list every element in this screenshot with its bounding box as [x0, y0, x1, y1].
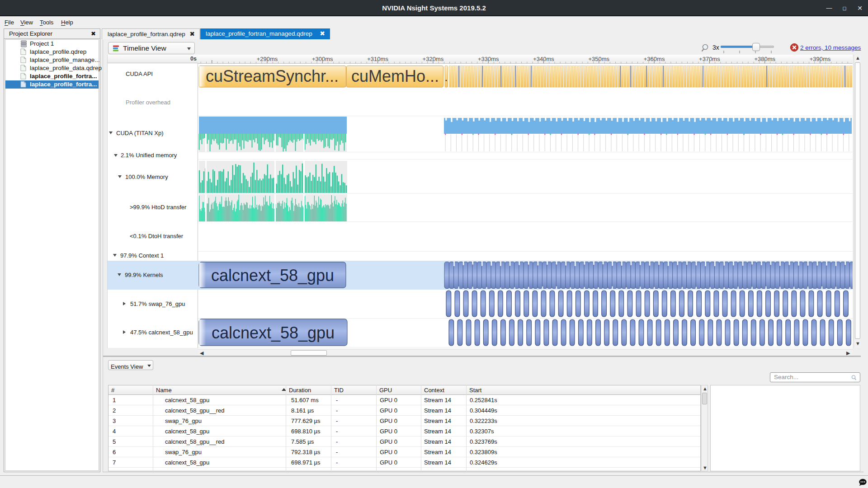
svg-text:calcnext_58_gpu: calcnext_58_gpu	[212, 324, 335, 342]
svg-text:+340ms: +340ms	[533, 56, 554, 62]
svg-text:+310ms: +310ms	[367, 56, 388, 62]
svg-text:+360ms: +360ms	[644, 56, 665, 62]
svg-text:+330ms: +330ms	[478, 56, 499, 62]
svg-text:+320ms: +320ms	[423, 56, 444, 62]
svg-text:calcnext_58_gpu: calcnext_58_gpu	[211, 266, 334, 285]
svg-text:+290ms: +290ms	[257, 56, 278, 62]
svg-text:+370ms: +370ms	[699, 56, 720, 62]
svg-text:+390ms: +390ms	[810, 56, 831, 62]
svg-text:+300ms: +300ms	[312, 56, 333, 62]
svg-text:+380ms: +380ms	[754, 56, 775, 62]
svg-text:cuStreamSynchr...: cuStreamSynchr...	[206, 67, 339, 85]
svg-text:cuMemHo...: cuMemHo...	[351, 67, 439, 85]
svg-text:+350ms: +350ms	[588, 56, 609, 62]
